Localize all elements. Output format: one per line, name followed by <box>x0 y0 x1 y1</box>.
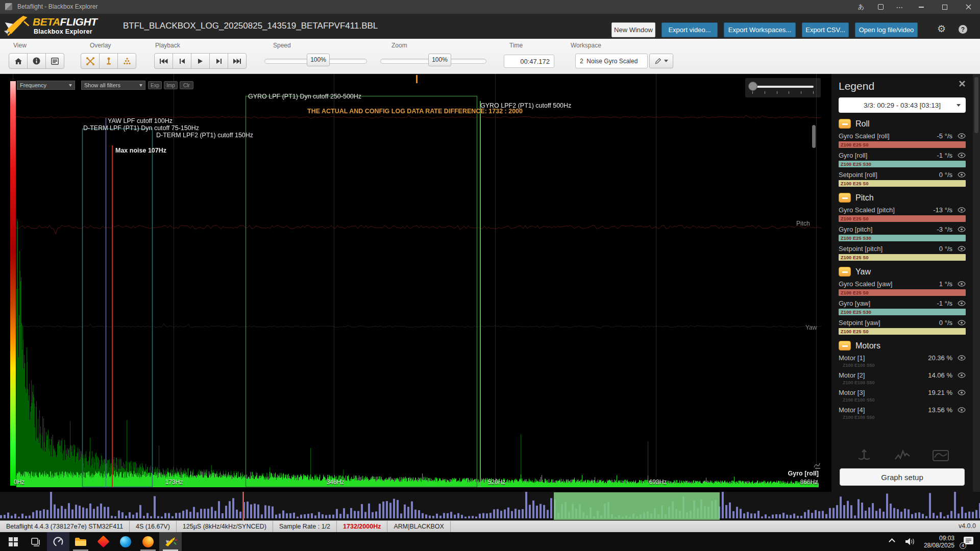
collapse-toggle-button[interactable] <box>839 341 851 350</box>
time-input[interactable] <box>504 55 554 68</box>
next-button[interactable] <box>209 53 228 69</box>
graph-zoom-track[interactable] <box>752 86 814 88</box>
graph-zoom-control[interactable] <box>745 78 821 97</box>
workspace-select[interactable]: 2 Noise Gyro Scaled <box>575 54 648 68</box>
legend-field[interactable]: Gyro Scaled [roll]-5 °/sZ100 E25 S0 <box>839 132 966 148</box>
window-menu-dots[interactable]: ⋯ <box>892 0 908 14</box>
visibility-eye-button[interactable] <box>957 207 966 213</box>
legend-field[interactable]: Setpoint [pitch]0 °/sZ100 E25 S0 <box>839 245 966 261</box>
taskbar-item-start[interactable] <box>2 532 24 551</box>
legend-group-header[interactable]: Pitch <box>839 193 966 203</box>
legend-field[interactable]: Gyro Scaled [yaw]1 °/sZ100 E25 S0 <box>839 280 966 296</box>
export-workspaces-button[interactable]: Export Workspaces... <box>724 22 796 37</box>
trace-label-yaw: Yaw <box>805 324 817 331</box>
taskbar-item-betaflight[interactable] <box>159 532 182 551</box>
maximize-button[interactable] <box>933 0 957 14</box>
legend-field-settings-tag: Z100 E100 S50 <box>839 397 966 403</box>
legend-field[interactable]: Setpoint [yaw]0 °/sZ100 E25 S0 <box>839 319 966 335</box>
collapse-toggle-button[interactable] <box>839 193 851 203</box>
visibility-eye-button[interactable] <box>957 355 966 361</box>
tray-chevron-up-icon[interactable] <box>889 538 895 545</box>
overlay-craft-button[interactable] <box>81 53 100 69</box>
legend-field[interactable]: Motor [4]13.56 %Z100 E100 S50 <box>839 406 966 420</box>
axis-tick-label: 173Hz <box>165 479 183 486</box>
new-window-button[interactable]: New Window <box>611 22 655 37</box>
taskbar-item-edge[interactable] <box>114 532 137 551</box>
legend-field[interactable]: Gyro [yaw]-1 °/sZ100 E25 S30 <box>839 299 966 315</box>
legend-close-button[interactable] <box>959 80 966 87</box>
close-window-button[interactable] <box>957 0 980 14</box>
legend-field[interactable]: Setpoint [roll]0 °/sZ100 E25 S0 <box>839 171 966 187</box>
export-csv-button[interactable]: Export CSV... <box>802 22 849 37</box>
speed-slider[interactable]: 100% <box>264 59 367 64</box>
speed-slider-handle[interactable]: 100% <box>307 54 330 66</box>
zoom-slider[interactable]: 100% <box>380 59 486 64</box>
export-filters-button[interactable]: Exp <box>148 81 162 89</box>
legend-group-header[interactable]: Motors <box>839 341 966 350</box>
timeline-seekbar[interactable] <box>0 492 980 520</box>
expo-curve-icon[interactable] <box>932 448 949 463</box>
help-icon[interactable]: ? <box>959 25 967 34</box>
clear-filters-button[interactable]: Clr <box>180 81 193 89</box>
eye-icon <box>958 227 966 232</box>
open-log-file-button[interactable]: Open log file/video <box>855 22 918 37</box>
visibility-eye-button[interactable] <box>957 320 966 325</box>
taskbar-item-firefox[interactable] <box>137 532 159 551</box>
draw-tool-icon[interactable] <box>814 462 822 469</box>
legend-field[interactable]: Motor [1]20.36 %Z100 E100 S50 <box>839 354 966 368</box>
waveform-tool-icon[interactable] <box>894 448 911 463</box>
view-home-button[interactable] <box>9 53 28 69</box>
previous-button[interactable] <box>173 53 191 69</box>
graph-setup-button[interactable]: Graph setup <box>840 468 965 486</box>
legend-field[interactable]: Motor [2]14.06 %Z100 E100 S50 <box>839 371 966 385</box>
graph-filters-select[interactable]: Show all filters <box>81 81 145 90</box>
visibility-eye-button[interactable] <box>957 246 966 252</box>
legend-field[interactable]: Motor [3]19.21 %Z100 E100 S50 <box>839 389 966 403</box>
taskbar-item-gauge-app[interactable] <box>47 532 69 551</box>
graph-field-select[interactable]: Frequency <box>17 81 75 90</box>
view-log-info-button[interactable] <box>27 53 46 69</box>
taskbar-item-diamond-app[interactable] <box>92 532 114 551</box>
workspace-edit-button[interactable] <box>649 54 673 68</box>
zoom-slider-handle[interactable]: 100% <box>428 54 451 66</box>
play-button[interactable] <box>191 53 210 69</box>
taskbar-item-task-view[interactable] <box>24 532 47 551</box>
collapse-toggle-button[interactable] <box>839 119 851 129</box>
visibility-eye-button[interactable] <box>957 227 966 232</box>
spectrum-canvas[interactable] <box>0 74 827 492</box>
legend-field[interactable]: Gyro [roll]-1 °/sZ100 E25 S30 <box>839 152 966 167</box>
import-filters-button[interactable]: Imp <box>164 81 178 89</box>
visibility-eye-button[interactable] <box>957 172 966 178</box>
legend-group-header[interactable]: Roll <box>839 119 966 129</box>
visibility-eye-button[interactable] <box>957 390 966 395</box>
skip-to-start-button[interactable] <box>154 53 173 69</box>
volume-icon[interactable] <box>904 537 916 546</box>
view-table-button[interactable] <box>45 53 64 69</box>
visibility-eye-button[interactable] <box>957 133 966 139</box>
legend-field[interactable]: Gyro [pitch]-3 °/sZ100 E25 S30 <box>839 226 966 241</box>
skip-to-end-button[interactable] <box>228 53 247 69</box>
ime-language-indicator[interactable]: あ <box>853 0 869 14</box>
graph-vertical-scrollbar[interactable] <box>812 125 816 148</box>
export-video-button[interactable]: Export video... <box>662 22 718 37</box>
collapse-toggle-button[interactable] <box>839 267 851 277</box>
notification-icon[interactable]: 4 <box>962 536 975 547</box>
window-extra-icon[interactable] <box>873 0 888 14</box>
log-range-select[interactable]: 3/3: 00:29 - 03:43 [03:13] <box>839 97 966 113</box>
graph-zoom-knob[interactable] <box>748 82 757 91</box>
visibility-eye-button[interactable] <box>957 407 966 413</box>
marker-tool-icon[interactable] <box>855 448 873 463</box>
taskbar-item-file-explorer[interactable] <box>69 532 92 551</box>
tray-clock[interactable]: 09:03 28/08/2025 <box>924 535 954 549</box>
overlay-stick-button[interactable] <box>99 53 118 69</box>
overlay-sticks-button[interactable] <box>117 53 136 69</box>
legend-field[interactable]: Gyro Scaled [pitch]-13 °/sZ100 E25 S0 <box>839 206 966 222</box>
visibility-eye-button[interactable] <box>957 153 966 158</box>
visibility-eye-button[interactable] <box>957 281 966 287</box>
visibility-eye-button[interactable] <box>957 372 966 378</box>
visibility-eye-button[interactable] <box>957 300 966 306</box>
minimize-button[interactable] <box>910 0 933 14</box>
page-scrollbar[interactable] <box>973 74 980 492</box>
legend-group-header[interactable]: Yaw <box>839 267 966 277</box>
settings-gear-icon[interactable]: ⚙ <box>937 24 946 34</box>
